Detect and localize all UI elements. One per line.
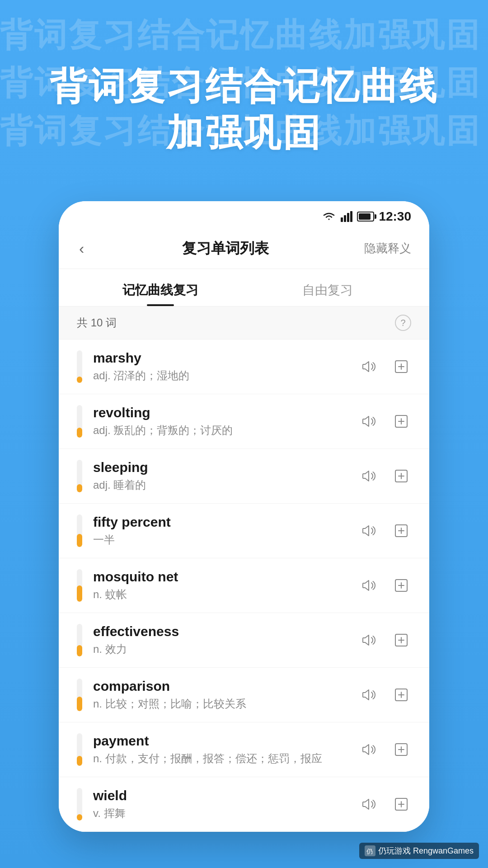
word-chinese: n. 蚊帐 — [93, 587, 348, 602]
add-to-list-button[interactable] — [391, 521, 411, 541]
add-to-list-button[interactable] — [391, 794, 411, 814]
word-item: fifty percent 一半 — [59, 504, 429, 558]
memory-bar — [77, 697, 82, 711]
word-chinese: adj. 叛乱的；背叛的；讨厌的 — [93, 423, 348, 438]
word-item: sleeping adj. 睡着的 — [59, 449, 429, 504]
word-content: effectiveness n. 效力 — [93, 624, 348, 656]
audio-button[interactable] — [359, 411, 379, 431]
header-title: 复习单词列表 — [182, 239, 269, 259]
word-english: marshy — [93, 350, 348, 366]
word-english: comparison — [93, 679, 348, 694]
add-to-list-button[interactable] — [391, 576, 411, 595]
word-actions — [359, 630, 411, 650]
memory-bar — [77, 814, 82, 821]
add-to-list-button[interactable] — [391, 466, 411, 486]
app-header: ‹ 复习单词列表 隐藏释义 — [59, 228, 429, 269]
word-chinese: n. 比较；对照；比喻；比较关系 — [93, 697, 348, 711]
word-content: comparison n. 比较；对照；比喻；比较关系 — [93, 679, 348, 711]
memory-bar — [77, 756, 82, 766]
memory-indicator — [77, 624, 82, 656]
status-bar: 12:30 — [59, 201, 429, 228]
word-chinese: v. 挥舞 — [93, 806, 348, 821]
svg-text:仍: 仍 — [366, 848, 373, 855]
memory-bar — [77, 428, 82, 438]
watermark-icon: 仍 — [365, 845, 375, 856]
audio-button[interactable] — [359, 740, 379, 760]
battery-fill — [359, 213, 371, 220]
battery-icon — [357, 212, 374, 222]
word-count-bar: 共 10 词 ? — [59, 307, 429, 340]
svg-rect-2 — [347, 213, 349, 222]
word-english: wield — [93, 788, 348, 803]
audio-button[interactable] — [359, 685, 379, 705]
add-to-list-button[interactable] — [391, 740, 411, 760]
memory-bar — [77, 645, 82, 656]
wifi-icon — [322, 211, 336, 222]
add-to-list-button[interactable] — [391, 630, 411, 650]
svg-rect-1 — [344, 215, 346, 222]
tab-free-review[interactable]: 自由复习 — [244, 269, 411, 306]
audio-button[interactable] — [359, 576, 379, 595]
memory-bar — [77, 534, 82, 547]
word-chinese: adj. 睡着的 — [93, 478, 348, 492]
signal-icon — [341, 211, 352, 222]
word-chinese: adj. 沼泽的；湿地的 — [93, 368, 348, 383]
audio-button[interactable] — [359, 357, 379, 377]
memory-indicator — [77, 405, 82, 438]
memory-indicator — [77, 514, 82, 547]
help-icon[interactable]: ? — [395, 315, 411, 331]
memory-bar — [77, 377, 82, 383]
audio-button[interactable] — [359, 521, 379, 541]
word-actions — [359, 466, 411, 486]
word-english: mosquito net — [93, 569, 348, 585]
word-chinese: n. 付款，支付；报酬，报答；偿还；惩罚，报应 — [93, 751, 348, 766]
audio-button[interactable] — [359, 630, 379, 650]
word-english: revolting — [93, 405, 348, 420]
tab-memory-curve[interactable]: 记忆曲线复习 — [77, 269, 244, 306]
word-content: fifty percent 一半 — [93, 514, 348, 547]
word-content: wield v. 挥舞 — [93, 788, 348, 821]
word-english: fifty percent — [93, 514, 348, 530]
hero-title: 背词复习结合记忆曲线 加强巩固 — [27, 63, 461, 156]
word-chinese: n. 效力 — [93, 642, 348, 656]
word-count-text: 共 10 词 — [77, 316, 117, 330]
back-button[interactable]: ‹ — [77, 237, 86, 259]
memory-indicator — [77, 788, 82, 821]
memory-indicator — [77, 460, 82, 492]
status-icons: 12:30 — [322, 209, 411, 224]
memory-indicator — [77, 733, 82, 766]
word-english: sleeping — [93, 460, 348, 475]
word-item: mosquito net n. 蚊帐 — [59, 558, 429, 613]
memory-indicator — [77, 350, 82, 383]
word-content: mosquito net n. 蚊帐 — [93, 569, 348, 602]
memory-indicator — [77, 679, 82, 711]
svg-rect-3 — [350, 211, 352, 222]
svg-rect-0 — [341, 217, 343, 222]
phone-mockup: 12:30 ‹ 复习单词列表 隐藏释义 记忆曲线复习 自由复习 共 10 — [59, 201, 429, 832]
status-time: 12:30 — [379, 209, 411, 224]
add-to-list-button[interactable] — [391, 685, 411, 705]
add-to-list-button[interactable] — [391, 357, 411, 377]
memory-bar — [77, 585, 82, 602]
audio-button[interactable] — [359, 794, 379, 814]
add-to-list-button[interactable] — [391, 411, 411, 431]
word-item: revolting adj. 叛乱的；背叛的；讨厌的 — [59, 394, 429, 449]
phone-container: 12:30 ‹ 复习单词列表 隐藏释义 记忆曲线复习 自由复习 共 10 — [0, 201, 488, 832]
memory-bar — [77, 484, 82, 492]
word-chinese: 一半 — [93, 533, 348, 547]
main-background: 背词复习结合记忆曲线加强巩固 背词复习结合记忆曲线加强巩固 背词复习结合记忆曲线… — [0, 0, 488, 868]
word-content: revolting adj. 叛乱的；背叛的；讨厌的 — [93, 405, 348, 438]
app-watermark: 仍 仍玩游戏 RengwanGames — [359, 843, 479, 859]
tabs-container: 记忆曲线复习 自由复习 — [59, 269, 429, 307]
word-actions — [359, 521, 411, 541]
word-actions — [359, 411, 411, 431]
hide-definition-button[interactable]: 隐藏释义 — [364, 241, 411, 256]
word-item: payment n. 付款，支付；报酬，报答；偿还；惩罚，报应 — [59, 722, 429, 777]
word-english: payment — [93, 733, 348, 749]
word-actions — [359, 576, 411, 595]
word-content: marshy adj. 沼泽的；湿地的 — [93, 350, 348, 383]
audio-button[interactable] — [359, 466, 379, 486]
word-actions — [359, 357, 411, 377]
word-content: sleeping adj. 睡着的 — [93, 460, 348, 492]
word-actions — [359, 685, 411, 705]
